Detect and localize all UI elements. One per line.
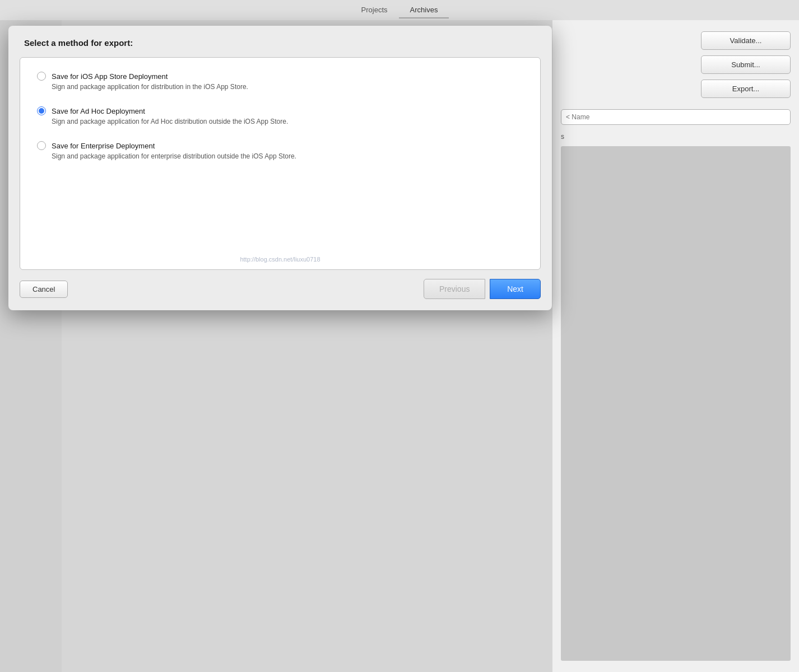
option-adhoc-label: Save for Ad Hoc Deployment	[52, 107, 145, 115]
modal-title: Select a method for export:	[24, 38, 133, 48]
modal-overlay: Select a method for export: Save for iOS…	[0, 20, 799, 672]
radio-adhoc[interactable]	[37, 106, 46, 115]
tab-archives[interactable]: Archives	[399, 2, 449, 18]
radio-appstore[interactable]	[37, 72, 46, 81]
option-enterprise[interactable]: Save for Enterprise Deployment Sign and …	[37, 141, 523, 160]
option-enterprise-desc: Sign and package application for enterpr…	[52, 152, 523, 160]
modal-header: Select a method for export:	[8, 26, 552, 57]
top-tab-bar: Projects Archives	[0, 0, 799, 20]
option-appstore-label: Save for iOS App Store Deployment	[52, 72, 168, 81]
previous-button[interactable]: Previous	[424, 279, 485, 299]
cancel-button[interactable]: Cancel	[20, 281, 68, 298]
watermark-text: http://blog.csdn.net/liuxu0718	[240, 256, 320, 263]
navigation-buttons: Previous Next	[424, 279, 541, 299]
option-adhoc-desc: Sign and package application for Ad Hoc …	[52, 118, 523, 125]
radio-enterprise[interactable]	[37, 141, 46, 150]
modal-content: Save for iOS App Store Deployment Sign a…	[8, 57, 552, 270]
next-button[interactable]: Next	[490, 279, 541, 299]
options-container: Save for iOS App Store Deployment Sign a…	[20, 57, 541, 270]
option-appstore-desc: Sign and package application for distrib…	[52, 83, 523, 91]
tab-projects[interactable]: Projects	[350, 2, 399, 18]
option-enterprise-label: Save for Enterprise Deployment	[52, 142, 155, 150]
option-appstore[interactable]: Save for iOS App Store Deployment Sign a…	[37, 72, 523, 91]
export-method-dialog: Select a method for export: Save for iOS…	[8, 26, 552, 310]
modal-footer: Cancel Previous Next	[8, 270, 552, 310]
option-adhoc[interactable]: Save for Ad Hoc Deployment Sign and pack…	[37, 106, 523, 125]
